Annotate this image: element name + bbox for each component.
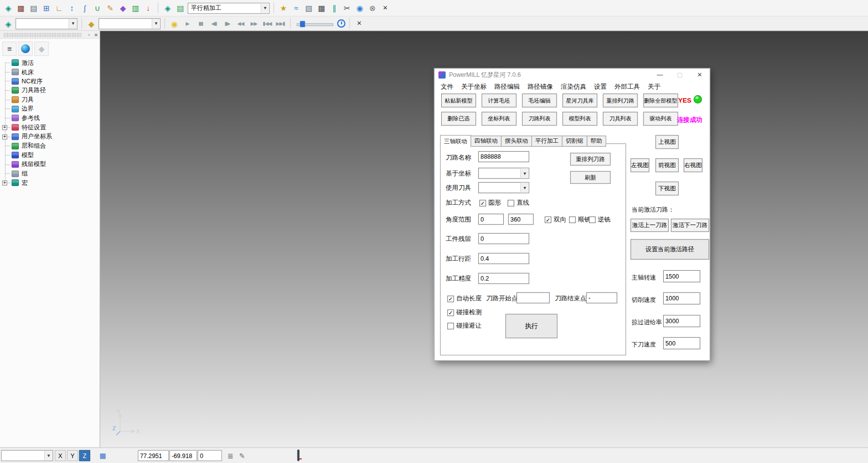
menu-item[interactable]: 渲染仿真 bbox=[557, 81, 590, 92]
annotate-pen-icon[interactable]: ✎ bbox=[105, 2, 116, 13]
tree-item[interactable]: 激活 bbox=[1, 58, 99, 67]
toolpath-list-icon[interactable]: ▤ bbox=[175, 2, 186, 13]
plunge-feed-input[interactable] bbox=[663, 337, 700, 349]
step-back-icon[interactable]: ◀▮ bbox=[208, 18, 220, 29]
cursor-x-input[interactable] bbox=[138, 450, 169, 461]
dialog-toolbar-button[interactable]: 坐标列表 bbox=[482, 112, 517, 126]
create-block-icon[interactable]: ⊞ bbox=[41, 2, 52, 13]
gear-icon[interactable]: ⊗ bbox=[367, 2, 378, 13]
tree-item[interactable]: 组 bbox=[1, 169, 99, 178]
save-icon[interactable]: ▦ bbox=[15, 2, 26, 13]
tab[interactable]: 切割锯 bbox=[562, 136, 587, 147]
chevron-down-icon[interactable]: ▼ bbox=[152, 18, 160, 28]
checkbox-box[interactable]: ✓ bbox=[447, 295, 454, 302]
tab[interactable]: 四轴联动 bbox=[470, 136, 502, 147]
checkbox-box[interactable] bbox=[447, 322, 454, 329]
climb-mill-checkbox[interactable]: 顺铣 bbox=[569, 215, 591, 224]
tree-item[interactable]: 层和组合 bbox=[1, 141, 99, 151]
tree-item[interactable]: 残留模型 bbox=[1, 160, 99, 169]
chevron-down-icon[interactable]: ▼ bbox=[261, 3, 269, 13]
fast-forward-icon[interactable]: ▶▶ bbox=[248, 18, 259, 29]
sim-entity-combo[interactable]: ▼ bbox=[15, 18, 77, 29]
dialog-toolbar-button[interactable]: 模型列表 bbox=[563, 112, 597, 126]
go-to-start-icon[interactable]: ▮◀◀ bbox=[261, 18, 273, 29]
panel-float-icon[interactable]: ▫ bbox=[85, 31, 93, 38]
stock-allowance-input[interactable] bbox=[478, 233, 529, 244]
stepover-input[interactable] bbox=[478, 253, 529, 264]
pattern-icon[interactable]: ◆ bbox=[117, 2, 128, 13]
globe-icon[interactable] bbox=[18, 42, 33, 56]
checkbox-box[interactable]: ✓ bbox=[545, 216, 551, 223]
close-button[interactable]: ✕ bbox=[690, 69, 709, 80]
lightbulb-icon[interactable]: ◉ bbox=[169, 18, 180, 29]
tolerance-input[interactable] bbox=[478, 273, 529, 284]
minimize-button[interactable]: — bbox=[650, 69, 670, 80]
line-checkbox[interactable]: 直线 bbox=[508, 199, 529, 207]
simulation-speed-slider[interactable] bbox=[297, 19, 334, 28]
chevron-down-icon[interactable]: ▼ bbox=[68, 18, 77, 28]
play-icon[interactable]: ▶ bbox=[181, 18, 193, 29]
panel-drag-grip[interactable] bbox=[3, 32, 82, 37]
rewind-icon[interactable]: ◀◀ bbox=[234, 18, 246, 29]
dialog-toolbar-button[interactable]: 刀具列表 bbox=[603, 112, 637, 126]
menu-item[interactable]: 路径编辑 bbox=[490, 81, 523, 92]
circle-checkbox[interactable]: ✓ 圆形 bbox=[479, 199, 501, 207]
skim-feed-input[interactable] bbox=[663, 315, 700, 327]
go-to-end-icon[interactable]: ▶▶▮ bbox=[275, 18, 286, 29]
bottom-view-button[interactable]: 下视图 bbox=[655, 181, 679, 195]
maximize-button[interactable]: ▢ bbox=[670, 69, 690, 80]
rearrange-toolpaths-button[interactable]: 重排列刀路 bbox=[570, 153, 611, 166]
step-forward-icon[interactable]: ▮▶ bbox=[222, 18, 233, 29]
clipping-icon[interactable]: ✂ bbox=[342, 2, 352, 13]
checkbox-box[interactable]: ✓ bbox=[479, 200, 486, 206]
tree-structure-icon[interactable]: ≡ bbox=[2, 42, 16, 56]
sim-toolpath-combo[interactable]: ▼ bbox=[99, 18, 161, 29]
arc-icon[interactable]: ∪ bbox=[92, 2, 103, 13]
collision-check-checkbox[interactable]: ✓ 碰撞检测 bbox=[447, 308, 481, 317]
menu-item[interactable]: 关于 bbox=[644, 81, 664, 92]
tree-item[interactable]: 边界 bbox=[1, 104, 99, 114]
x-axis-button[interactable]: X bbox=[55, 450, 66, 461]
start-point-input[interactable] bbox=[517, 292, 550, 303]
angle-to-input[interactable] bbox=[508, 214, 533, 225]
tree-item[interactable]: + 特征设置 bbox=[1, 123, 99, 132]
dialog-toolbar-button[interactable]: 重排列刀路 bbox=[603, 94, 637, 108]
checkbox-box[interactable] bbox=[508, 200, 514, 206]
front-view-button[interactable]: 前视图 bbox=[655, 158, 679, 172]
menu-item[interactable]: 路径镜像 bbox=[523, 81, 557, 92]
mirror-icon[interactable]: ↕ bbox=[66, 2, 77, 13]
grid-toggle-icon[interactable]: ▦ bbox=[98, 450, 109, 461]
auto-length-checkbox[interactable]: ✓ 自动长度 bbox=[447, 294, 481, 303]
collision-avoid-checkbox[interactable]: 碰撞避让 bbox=[447, 322, 481, 330]
dialog-titlebar[interactable]: PowerMILL 忆梦星河 7.0.6 — ▢ ✕ bbox=[435, 68, 710, 81]
set-active-path-button[interactable]: 设置当前激活路径 bbox=[631, 239, 709, 259]
table-icon[interactable]: ▥ bbox=[130, 2, 141, 13]
tree-item[interactable]: + 宏 bbox=[1, 178, 99, 188]
tree-expand-toggle[interactable]: + bbox=[2, 125, 7, 130]
calculator-icon[interactable]: ▦ bbox=[316, 2, 327, 13]
cutting-feed-input[interactable] bbox=[663, 292, 700, 305]
tree-expand-toggle[interactable]: + bbox=[2, 180, 7, 185]
strategy-icon[interactable]: ◈ bbox=[162, 2, 173, 13]
strategy-combo[interactable]: 平行精加工 ▼ bbox=[188, 2, 270, 13]
end-point-input[interactable] bbox=[586, 292, 618, 303]
execute-button[interactable]: 执行 bbox=[506, 314, 558, 338]
activate-prev-toolpath-button[interactable]: 激活上一刀路 bbox=[631, 219, 669, 232]
use-tool-combo[interactable]: ▼ bbox=[478, 182, 529, 193]
simulate-icon[interactable]: ◈ bbox=[3, 18, 14, 29]
tab[interactable]: 平行加工 bbox=[531, 136, 563, 147]
checkbox-box[interactable] bbox=[569, 216, 576, 223]
tab[interactable]: 摆头联动 bbox=[501, 136, 532, 147]
spindle-speed-input[interactable] bbox=[663, 270, 700, 283]
dialog-toolbar-button[interactable]: 驱动列表 bbox=[643, 112, 678, 126]
dialog-toolbar-button[interactable]: 粘贴新模型 bbox=[441, 94, 476, 108]
right-view-button[interactable]: 右视图 bbox=[684, 158, 702, 172]
toolkit-icon[interactable]: ★ bbox=[278, 2, 289, 13]
activate-next-toolpath-button[interactable]: 激活下一刀路 bbox=[671, 219, 709, 232]
tree-item[interactable]: 刀具 bbox=[1, 95, 99, 105]
import-icon[interactable]: ↓ bbox=[143, 2, 154, 13]
view-selector-combo[interactable]: ▼ bbox=[1, 450, 53, 461]
dialog-toolbar-button[interactable]: 删除已选 bbox=[441, 112, 476, 126]
cursor-y-input[interactable] bbox=[170, 450, 197, 461]
refresh-button[interactable]: 刷新 bbox=[570, 171, 611, 184]
